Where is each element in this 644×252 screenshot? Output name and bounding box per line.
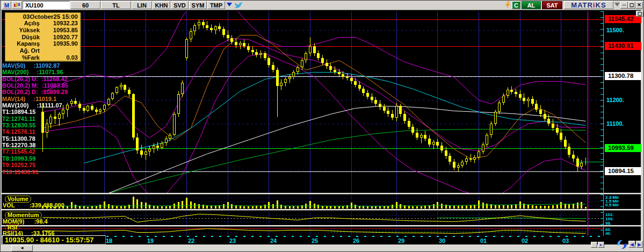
info-box-row: Düşük10920.77 — [8, 34, 78, 41]
horizontal-scrollbar[interactable]: ◄ ▸ ◀ ▶ — [1, 244, 644, 252]
panel-axis-label: 98. — [605, 221, 611, 225]
momentum-chart[interactable] — [2, 211, 603, 226]
window-dropdown-icon[interactable] — [614, 3, 620, 6]
info-box-row: Ağ. Ort — [8, 47, 78, 54]
info-box-datetime: 03October25 15:00 — [8, 13, 78, 20]
scale-linear-button[interactable]: LIN — [132, 1, 152, 9]
time-axis-label: 01 — [480, 237, 487, 244]
indicator-label: MAV(200) :11071.96 — [2, 69, 83, 75]
window-menu-button[interactable]: M — [2, 1, 11, 9]
indicator-label: MAV(100) :11111.07 — [2, 102, 83, 109]
symbol-input[interactable]: XU100 — [23, 1, 70, 9]
volume-value-label: VOL :339,488,000 — [3, 202, 64, 208]
minimize-button[interactable]: ─ — [620, 2, 628, 9]
matriks-swirl-logo[interactable] — [616, 238, 628, 252]
brand-text: MATR — [571, 1, 593, 9]
buy-button[interactable]: AL — [522, 1, 541, 9]
panel-axis-label: 100. — [605, 217, 614, 221]
time-axis-label: 18 — [106, 237, 112, 244]
time-axis-label: 03 — [562, 237, 569, 244]
maximize-button[interactable]: ▢ — [628, 2, 635, 9]
period-button[interactable]: 60 — [70, 1, 100, 9]
panel-axis-label: 102. — [605, 213, 614, 217]
matriks-chart-window: M XU100 60 TL LIN KHN SVD SYM TMP C AL S… — [0, 0, 644, 252]
brand-text2: KS — [596, 1, 606, 9]
price-level-badge: 10993.59 — [605, 144, 641, 152]
indicator-label: BOL(20,2) D: :10899.29 — [2, 89, 83, 95]
khn-button[interactable]: KHN — [153, 1, 170, 9]
indicator-label: T8:10993.59 — [2, 155, 83, 162]
chart-type-icon[interactable] — [12, 1, 22, 9]
price-level-badge: 11430.91 — [605, 42, 641, 50]
time-axis-label: 26 — [353, 237, 359, 244]
time-axis-label: 25 — [312, 237, 318, 244]
info-box-row: Kapanış10935.90 — [8, 40, 78, 47]
time-axis-label: 24 — [270, 237, 277, 244]
indicator-label: T10:11430.91 — [2, 169, 83, 175]
matriks-logo: MATRiKS — [564, 1, 613, 9]
indicator-label: T9:10252.75 — [2, 162, 83, 168]
panel-axis-label: 0.5 Mlr — [605, 203, 619, 207]
indicator-label: T2:12741.11 — [2, 116, 83, 122]
indicator-label: T5:11300.78 — [2, 135, 83, 142]
currency-button[interactable]: TL — [101, 1, 131, 9]
volume-chart[interactable] — [2, 195, 603, 209]
time-axis-label: 29 — [398, 237, 404, 244]
chart-prev-button[interactable]: ◀ — [628, 241, 635, 248]
indicator-label: T3:12830.55 — [2, 122, 83, 128]
indicator-label: T6:12270.38 — [2, 142, 83, 148]
panel-separator[interactable] — [2, 209, 641, 211]
time-axis-label: 19 — [147, 237, 154, 244]
status-readout: 10935.90 - 84610 - 15:57:57 — [2, 235, 106, 244]
indicator-label: MAV(50) :11092.87 — [2, 62, 83, 69]
panel-axis-label: 40. — [605, 232, 611, 235]
time-axis-label: 02 — [522, 237, 528, 244]
panel-separator[interactable] — [2, 193, 641, 195]
indicator-label: BOL(20,2) U: :11268.42 — [2, 76, 83, 82]
panel-separator[interactable] — [2, 225, 641, 227]
price-axis-line — [603, 11, 604, 236]
chevron-down-icon[interactable] — [227, 3, 232, 6]
tmp-button[interactable]: TMP — [207, 1, 225, 9]
sym-button[interactable]: SYM — [189, 1, 207, 9]
close-button[interactable]: ✕ — [635, 2, 643, 9]
refresh-button[interactable]: C — [512, 1, 520, 9]
scroll-left-button[interactable]: ◄ — [11, 245, 33, 251]
indicator-label: BOL(20,2) M: :11083.85 — [2, 82, 83, 89]
price-level-badge: 10894.15 — [605, 167, 641, 175]
chart-next-button[interactable]: ▶ — [636, 241, 643, 248]
indicator-label: MAV(14) :11019.1 — [2, 96, 83, 102]
page-next-button[interactable]: ▸ — [598, 242, 604, 248]
candlestick-icon — [13, 2, 21, 8]
inner-maximize-button[interactable]: ▢ — [636, 11, 643, 17]
time-axis-label: 23 — [229, 237, 236, 244]
info-box-row: Açılış10932.23 — [8, 20, 78, 27]
sell-button[interactable]: SAT — [542, 1, 562, 9]
rsi-chart[interactable] — [2, 227, 603, 236]
price-tick-label: 11500. — [606, 27, 624, 33]
svd-button[interactable]: SVD — [171, 1, 189, 9]
indicator-label: T7:11545.42 — [2, 148, 83, 155]
time-axis-label: 30 — [439, 237, 445, 244]
price-level-badge: 11300.78 — [605, 72, 641, 80]
indicator-label: T1:10894.15 — [2, 109, 83, 115]
cursor-vertical-line — [588, 11, 588, 236]
toolbar: M XU100 60 TL LIN KHN SVD SYM TMP C AL S… — [1, 1, 644, 10]
page-blank-button[interactable] — [591, 242, 597, 248]
main-price-chart[interactable] — [2, 11, 604, 193]
indicator-label: T4:12576.11 — [2, 128, 83, 135]
indicator-legend: MAV(50) :11092.87MAV(200) :11071.96BOL(2… — [2, 62, 83, 175]
info-box-row: %Fark0.03 — [8, 54, 78, 61]
price-tick-label: 11200. — [606, 97, 624, 103]
price-tick-label: 11100. — [606, 120, 624, 127]
info-box-row: Yüksek10953.85 — [8, 27, 78, 34]
ohlc-info-box: 03October25 15:00 Açılış10932.23Yüksek10… — [5, 12, 81, 61]
time-axis-label: 22 — [188, 237, 194, 244]
